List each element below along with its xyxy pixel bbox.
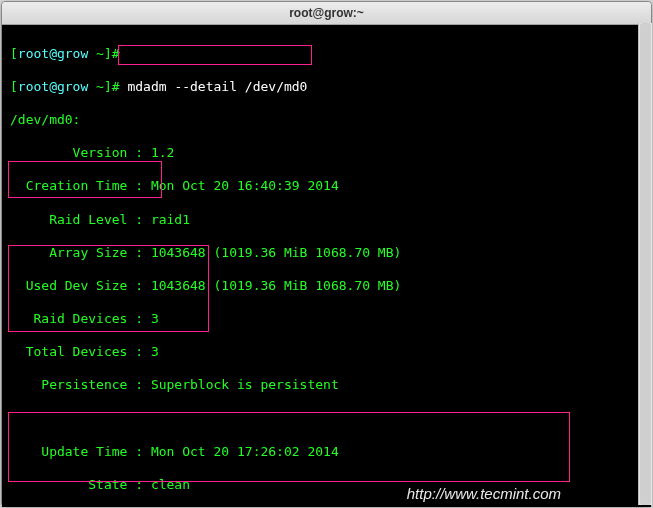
label-used-dev-size: Used Dev Size [10,278,127,293]
label-state: State [10,477,127,492]
label-total-devices: Total Devices [10,344,127,359]
label-array-size: Array Size [10,245,127,260]
prompt-open: [ [10,79,18,94]
label-creation-time: Creation Time [10,178,127,193]
device-header: /dev/md0: [10,112,80,127]
scrollbar[interactable] [638,23,652,505]
value-persistence: Superblock is persistent [151,377,339,392]
scrollbar-thumb[interactable] [640,23,651,505]
terminal-area[interactable]: [root@grow ~]# [root@grow ~]# mdadm --de… [2,25,651,507]
value-raid-devices: 3 [151,311,159,326]
watermark-text: http://www.tecmint.com [407,486,561,503]
prompt-close: ]# [104,79,120,94]
label-version: Version [10,145,127,160]
value-raid-level: raid1 [151,212,190,227]
prompt-user-host: root@grow [18,79,88,94]
value-creation-time: Mon Oct 20 16:40:39 2014 [151,178,339,193]
prompt-user-host: root@grow [18,46,88,61]
terminal-window: root@grow:~ [root@grow ~]# [root@grow ~]… [1,1,652,507]
prompt-path: ~ [96,46,104,61]
window-title: root@grow:~ [289,6,364,20]
value-total-devices: 3 [151,344,159,359]
value-state: clean [151,477,190,492]
label-persistence: Persistence [10,377,127,392]
window-titlebar[interactable]: root@grow:~ [2,2,651,25]
value-array-size: 1043648 (1019.36 MiB 1068.70 MB) [151,245,401,260]
label-raid-devices: Raid Devices [10,311,127,326]
prompt-close: ]# [104,46,120,61]
command-text: mdadm --detail /dev/md0 [127,79,307,94]
prompt-open: [ [10,46,18,61]
prompt-path: ~ [96,79,104,94]
label-update-time: Update Time [10,444,127,459]
label-raid-level: Raid Level [10,212,127,227]
value-update-time: Mon Oct 20 17:26:02 2014 [151,444,339,459]
value-used-dev-size: 1043648 (1019.36 MiB 1068.70 MB) [151,278,401,293]
value-version: 1.2 [151,145,174,160]
